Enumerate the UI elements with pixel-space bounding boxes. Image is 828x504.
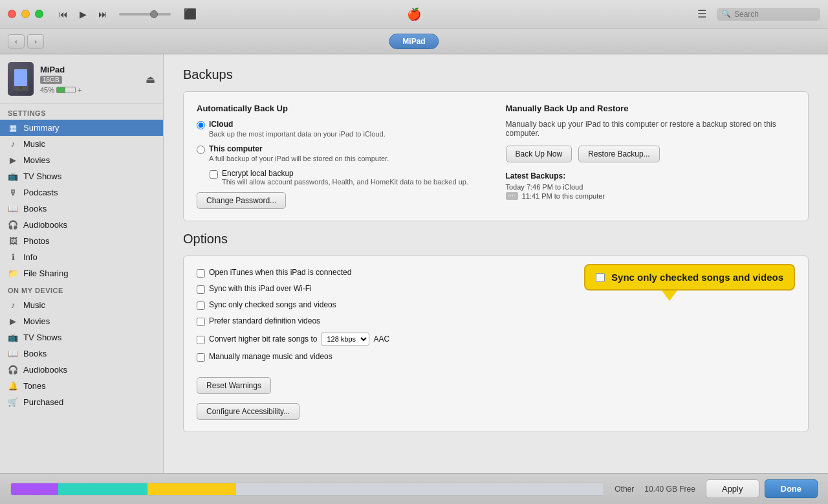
- sync-wifi-checkbox[interactable]: [197, 285, 205, 294]
- forward-button[interactable]: ›: [27, 34, 44, 49]
- device-name: MiPad: [40, 65, 82, 74]
- podcasts-icon: 🎙: [8, 188, 18, 197]
- tv-shows-icon: 📺: [8, 171, 18, 181]
- sidebar-item-label: TV Shows: [23, 171, 61, 181]
- sidebar-item-books[interactable]: 📖 Books: [0, 201, 163, 217]
- device-details: MiPad 16GB 45% +: [40, 65, 82, 94]
- sync-checked-checkbox[interactable]: [197, 301, 205, 310]
- encrypt-option: Encrypt local backup This will allow acc…: [210, 169, 486, 186]
- volume-thumb: [150, 10, 158, 18]
- prefer-standard-checkbox[interactable]: [197, 318, 205, 326]
- sidebar-item-movies[interactable]: ▶ Movies: [0, 152, 163, 168]
- purchased-icon: 🛒: [8, 397, 18, 407]
- sidebar-item-info[interactable]: ℹ Info: [0, 249, 163, 265]
- battery-bar: [56, 87, 76, 93]
- encrypt-checkbox[interactable]: [210, 170, 218, 179]
- sidebar-item-label: Podcasts: [23, 188, 58, 197]
- device-icon: [8, 62, 34, 96]
- manually-manage-checkbox[interactable]: [197, 353, 205, 362]
- callout-wrapper: Sync only checked songs and videos: [584, 264, 795, 290]
- storage-seg-purple: [11, 483, 58, 495]
- close-button[interactable]: [8, 10, 16, 18]
- apply-button[interactable]: Apply: [706, 479, 759, 498]
- backup-entry-1: Today 7:46 PM to iCloud: [506, 183, 796, 191]
- toolbar: ‹ › MiPad: [0, 28, 828, 54]
- sidebar-item-music[interactable]: ♪ Music: [0, 136, 163, 152]
- sidebar-item-podcasts[interactable]: 🎙 Podcasts: [0, 184, 163, 201]
- back-up-now-button[interactable]: Back Up Now: [506, 146, 572, 162]
- sidebar-item-label: TV Shows: [23, 333, 61, 342]
- storage-seg-yellow: [147, 483, 236, 495]
- sidebar-item-books-device[interactable]: 📖 Books: [0, 345, 163, 362]
- sidebar-item-audiobooks-device[interactable]: 🎧 Audiobooks: [0, 362, 163, 378]
- done-button[interactable]: Done: [765, 479, 818, 498]
- traffic-lights: [8, 10, 43, 18]
- configure-accessibility-row: Configure Accessibility...: [197, 403, 795, 420]
- options-panel: Sync only checked songs and videos Open …: [183, 256, 809, 432]
- encrypt-desc: This will allow account passwords, Healt…: [222, 178, 468, 186]
- search-input[interactable]: [734, 10, 815, 19]
- sync-checked-label: Sync only checked songs and videos: [209, 300, 336, 309]
- fast-forward-button[interactable]: ⏭: [96, 8, 110, 21]
- manually-manage-option: Manually manage music and videos: [197, 352, 795, 362]
- storage-seg-teal: [58, 483, 147, 495]
- open-itunes-label: Open iTunes when this iPad is connected: [209, 268, 351, 277]
- search-icon: 🔍: [722, 10, 731, 18]
- callout-checkbox-icon: [596, 273, 605, 282]
- backups-panel-row: Automatically Back Up iCloud Back up the…: [197, 104, 795, 209]
- sidebar-item-movies-device[interactable]: ▶ Movies: [0, 313, 163, 329]
- kbps-select[interactable]: 128 kbps: [321, 333, 369, 345]
- audiobooks-device-icon: 🎧: [8, 365, 18, 375]
- movies-device-icon: ▶: [8, 316, 18, 326]
- sidebar-item-label: Movies: [23, 155, 50, 165]
- device-storage-badge: 16GB: [40, 74, 82, 84]
- audiobooks-icon: 🎧: [8, 220, 18, 230]
- storage-seg-other: [236, 483, 604, 495]
- sidebar-item-summary[interactable]: ▦ Summary: [0, 120, 163, 136]
- sidebar-item-label: Info: [23, 252, 38, 262]
- configure-accessibility-button[interactable]: Configure Accessibility...: [197, 403, 300, 420]
- minimize-button[interactable]: [21, 10, 30, 18]
- icloud-radio[interactable]: [197, 121, 205, 129]
- callout-arrow: [662, 290, 677, 301]
- backups-title: Backups: [183, 67, 809, 82]
- play-button[interactable]: ▶: [77, 8, 89, 21]
- reset-warnings-button[interactable]: Reset Warnings: [197, 377, 271, 394]
- reset-accessibility-row: Reset Warnings: [197, 377, 795, 394]
- callout-box: Sync only checked songs and videos: [584, 264, 795, 290]
- photos-icon: 🖼: [8, 236, 18, 246]
- movies-icon: ▶: [8, 155, 18, 165]
- list-view-button[interactable]: ☰: [692, 6, 712, 21]
- sidebar-item-tv-shows-device[interactable]: 📺 TV Shows: [0, 329, 163, 345]
- eject-button[interactable]: ⏏: [146, 73, 155, 85]
- sidebar-item-label: Books: [23, 349, 47, 358]
- sidebar-item-purchased[interactable]: 🛒 Purchased: [0, 394, 163, 410]
- apple-logo: 🍎: [407, 7, 421, 21]
- nav-buttons: ‹ ›: [8, 34, 44, 49]
- sidebar-item-file-sharing[interactable]: 📁 File Sharing: [0, 265, 163, 281]
- sidebar-item-tv-shows[interactable]: 📺 TV Shows: [0, 168, 163, 184]
- volume-slider[interactable]: [119, 13, 171, 16]
- aac-label: AAC: [373, 334, 389, 344]
- rewind-button[interactable]: ⏮: [56, 8, 71, 21]
- change-password-button[interactable]: Change Password...: [197, 192, 286, 209]
- sidebar-item-photos[interactable]: 🖼 Photos: [0, 233, 163, 249]
- svg-point-2: [19, 87, 22, 89]
- sidebar-item-audiobooks[interactable]: 🎧 Audiobooks: [0, 217, 163, 233]
- sidebar-on-my-device-label: On My Device: [0, 281, 163, 297]
- this-computer-radio[interactable]: [197, 146, 205, 154]
- restore-backup-button[interactable]: Restore Backup...: [578, 146, 659, 162]
- open-itunes-checkbox[interactable]: [197, 269, 205, 278]
- sidebar-item-tones[interactable]: 🔔 Tones: [0, 378, 163, 394]
- sidebar-item-music-device[interactable]: ♪ Music: [0, 297, 163, 313]
- sidebar-item-label: Photos: [23, 236, 49, 246]
- other-label: Other: [615, 485, 634, 494]
- convert-checkbox[interactable]: [197, 336, 205, 344]
- airplay-button[interactable]: ⬛: [180, 6, 201, 21]
- back-button[interactable]: ‹: [8, 34, 25, 49]
- manual-backup-desc: Manually back up your iPad to this compu…: [506, 120, 796, 138]
- maximize-button[interactable]: [35, 10, 43, 18]
- device-tab[interactable]: MiPad: [389, 34, 439, 49]
- sidebar-item-label: Books: [23, 204, 47, 214]
- options-grid: Open iTunes when this iPad is connected …: [197, 268, 795, 420]
